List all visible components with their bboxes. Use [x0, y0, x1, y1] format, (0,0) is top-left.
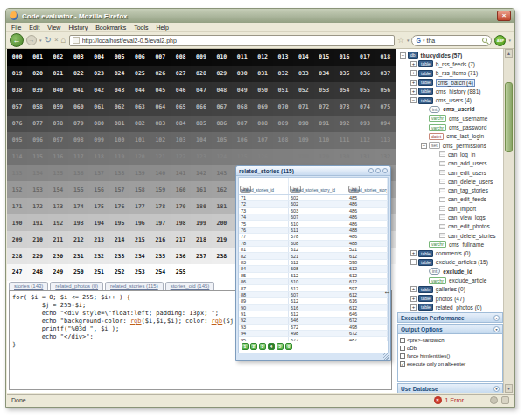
- tree-item[interactable]: datetcms_last_login: [397, 132, 503, 141]
- tree-item[interactable]: +tablecomments (0): [397, 249, 503, 258]
- tree-item[interactable]: −setcms_permissions: [397, 141, 503, 150]
- page-button-2[interactable]: 2: [250, 343, 257, 350]
- search-icon[interactable]: [482, 38, 487, 43]
- result-tab-1[interactable]: related_photos (0): [50, 282, 103, 290]
- popup-window-button-1[interactable]: [368, 168, 374, 173]
- popup-row[interactable]: 81612521: [239, 247, 388, 253]
- tree-item[interactable]: varchrcms_password: [397, 122, 503, 131]
- home-button[interactable]: ⌂: [61, 33, 66, 47]
- menu-item-bookmarks[interactable]: Bookmarks: [95, 24, 126, 31]
- page-button-6[interactable]: 6: [285, 343, 292, 350]
- tree-toggle-icon[interactable]: +: [410, 296, 416, 302]
- popup-row[interactable]: 87612597: [239, 285, 388, 291]
- tree-toggle-icon[interactable]: +: [410, 88, 416, 94]
- popup-row[interactable]: 73603486: [239, 208, 388, 214]
- tree-item[interactable]: can_add_users: [397, 159, 503, 168]
- error-icon[interactable]: ×: [434, 396, 442, 404]
- checkbox[interactable]: [400, 354, 405, 359]
- popup-row[interactable]: 90616612: [239, 305, 388, 312]
- popup-window-button-2[interactable]: [375, 168, 381, 173]
- search-input[interactable]: tha: [426, 38, 480, 44]
- panel-toggle-icon[interactable]: ▾: [494, 386, 500, 392]
- tree-toggle-icon[interactable]: −: [410, 97, 416, 103]
- popup-resize-handle[interactable]: [383, 354, 389, 360]
- tree-item[interactable]: can_import: [397, 204, 503, 213]
- tree-item[interactable]: −tableexclude_articles (15): [397, 258, 503, 267]
- tree-item[interactable]: intcms_userid: [397, 105, 503, 114]
- history-dropdown-icon[interactable]: ▾: [39, 38, 42, 43]
- popup-row[interactable]: 92646672: [239, 318, 388, 324]
- popup-title-bar[interactable]: related_stories (115): [236, 166, 390, 176]
- tree-toggle-icon[interactable]: +: [410, 304, 416, 311]
- checkbox[interactable]: [400, 338, 405, 343]
- panel-toggle-icon[interactable]: ▾: [494, 315, 500, 321]
- menu-item-history[interactable]: History: [68, 24, 88, 31]
- popup-row[interactable]: 91612646: [239, 312, 388, 318]
- tree-toggle-icon[interactable]: +: [410, 70, 416, 76]
- statusbar-extension-icon-1[interactable]: [490, 396, 498, 404]
- tree-toggle-icon[interactable]: +: [410, 80, 416, 86]
- vertical-scrollbar[interactable]: ▲ ▼: [503, 49, 514, 393]
- title-bar[interactable]: Code evaluator - Mozilla Firefox ×: [6, 9, 514, 23]
- popup-row[interactable]: 72602486: [239, 201, 388, 207]
- popup-row[interactable]: 94498672: [239, 331, 388, 337]
- tree-item[interactable]: −tablecms_users (4): [397, 95, 503, 104]
- adblock-icon[interactable]: ABP: [494, 35, 506, 46]
- panel-toggle-icon[interactable]: ▾: [494, 326, 500, 332]
- address-bar[interactable]: http://localhost/eval2-0.5/eval2.php: [69, 35, 395, 46]
- tree-item[interactable]: varchrcms_username: [397, 114, 503, 122]
- tree-item[interactable]: +tableb_rss_items (71): [397, 69, 503, 78]
- scroll-up-icon[interactable]: ▲: [505, 49, 513, 58]
- checkbox[interactable]: ✓: [400, 361, 405, 367]
- tree-item[interactable]: +tableb_rss_feeds (7): [397, 60, 503, 68]
- popup-row[interactable]: 71602485: [239, 195, 388, 201]
- tree-toggle-icon[interactable]: +: [410, 286, 416, 292]
- stop-button[interactable]: ×: [54, 33, 59, 47]
- tree-item[interactable]: varchrexclude_article: [397, 276, 503, 284]
- tree-toggle-icon[interactable]: +: [410, 250, 416, 256]
- forward-button[interactable]: →: [26, 35, 37, 46]
- statusbar-extension-icon-2[interactable]: [501, 396, 509, 404]
- tree-item[interactable]: +tablecms_batch (4): [397, 78, 503, 87]
- output-option[interactable]: <pre>-sandwich: [400, 336, 500, 344]
- toolbar-dropdown-icon[interactable]: ▾: [508, 38, 511, 43]
- menu-item-help[interactable]: Help: [157, 24, 169, 31]
- popup-row[interactable]: 78608488: [239, 241, 388, 247]
- search-box[interactable]: G ▾ tha: [411, 35, 492, 46]
- popup-row[interactable]: 83612598: [239, 260, 388, 266]
- tree-item[interactable]: can_delete_stories: [397, 231, 503, 240]
- bookmark-star-icon[interactable]: ☆: [397, 35, 404, 46]
- output-option[interactable]: force htmlentities(): [400, 352, 500, 360]
- popup-column-header[interactable]: related_stories_story_id2: [347, 186, 388, 194]
- tree-item[interactable]: can_edit_users: [397, 168, 503, 177]
- search-engine-icon[interactable]: G: [416, 38, 420, 44]
- reload-button[interactable]: ↻: [45, 33, 52, 47]
- panel-execution-performance[interactable]: Execution Performance ▾: [397, 312, 503, 323]
- menu-item-tools[interactable]: Tools: [134, 24, 148, 31]
- tree-item[interactable]: varchrcms_fullname: [397, 240, 503, 248]
- close-button[interactable]: ×: [497, 10, 511, 21]
- tree-item[interactable]: can_view_logs: [397, 213, 503, 221]
- page-button-4[interactable]: 4: [268, 343, 275, 350]
- popup-row[interactable]: 77578486: [239, 234, 388, 240]
- popup-row[interactable]: 85612612: [239, 273, 388, 279]
- tree-toggle-icon[interactable]: −: [421, 143, 427, 149]
- page-button-5[interactable]: 5: [276, 343, 284, 350]
- error-count-text[interactable]: 1 Error: [445, 397, 464, 403]
- page-button-1[interactable]: 1: [242, 343, 248, 350]
- tree-toggle-icon[interactable]: −: [410, 259, 416, 265]
- popup-row[interactable]: 93672498: [239, 325, 388, 331]
- menu-item-edit[interactable]: Edit: [29, 24, 39, 31]
- popup-row[interactable]: 74607486: [239, 214, 388, 220]
- popup-row[interactable]: 75610486: [239, 220, 388, 227]
- tree-item[interactable]: can_tag_stories: [397, 186, 503, 194]
- output-option[interactable]: oDb: [400, 344, 500, 352]
- tree-toggle-icon[interactable]: +: [410, 61, 416, 67]
- popup-column-header[interactable]: related_stories_story_id: [289, 186, 347, 194]
- tree-item[interactable]: can_delete_users: [397, 177, 503, 186]
- tree-item[interactable]: can_edit_feeds: [397, 195, 503, 204]
- popup-row[interactable]: 88607612: [239, 292, 388, 298]
- output-option[interactable]: ✓execute only on alt+enter: [400, 360, 500, 368]
- scrollbar-thumb[interactable]: [505, 82, 513, 152]
- panel-output-options[interactable]: Output Options ▾: [397, 324, 503, 334]
